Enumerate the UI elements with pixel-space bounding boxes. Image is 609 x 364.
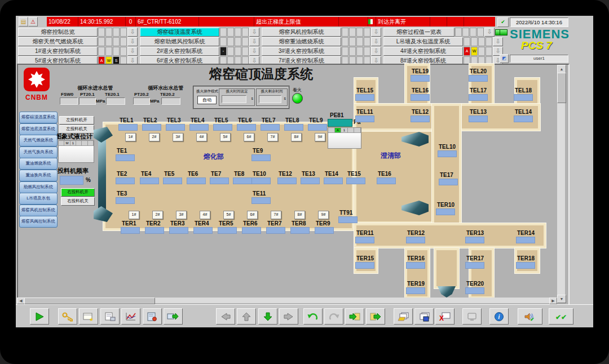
right-feeder-close-button[interactable]: 右投料机关 bbox=[61, 197, 95, 206]
ack-all-button[interactable]: ✔✔ bbox=[549, 308, 573, 325]
run-button[interactable] bbox=[30, 308, 49, 325]
menu-button-6[interactable]: 熔窑重油燃烧系统 bbox=[262, 37, 341, 46]
nav-up-button[interactable] bbox=[237, 308, 256, 325]
trend-button[interactable] bbox=[121, 308, 140, 325]
measurement-log-button[interactable] bbox=[143, 308, 162, 325]
menu-indicator bbox=[113, 47, 120, 56]
level-gauge-widget[interactable]: M1 bbox=[58, 140, 94, 163]
menu-indicator bbox=[349, 47, 356, 56]
menu-button-2[interactable]: 熔窑风机控制系统 bbox=[262, 28, 341, 37]
login-button[interactable] bbox=[58, 308, 77, 325]
sensor-TER10-value bbox=[436, 208, 455, 215]
menu-arrow-button[interactable]: ⇩ bbox=[249, 28, 259, 37]
pe81-instrument-widget[interactable]: A1 bbox=[328, 127, 361, 149]
sidebar-item-1[interactable]: 熔窑碹顶温度系统 bbox=[19, 112, 58, 123]
sensor-TER18-value bbox=[516, 262, 535, 269]
picture-export-button[interactable] bbox=[164, 308, 183, 325]
page-title: 熔窑碹顶温度系统 bbox=[179, 65, 343, 83]
menu-indicator bbox=[364, 47, 370, 56]
nav-down-button[interactable] bbox=[258, 308, 277, 325]
delete-picture-button[interactable]: X bbox=[435, 308, 454, 325]
user-icon[interactable]: ◩ bbox=[500, 54, 509, 63]
nav-back-button[interactable] bbox=[216, 308, 235, 325]
sidebar-item-9[interactable]: 熔窑风机控制系统 bbox=[19, 205, 58, 216]
menu-arrow-button[interactable]: ⇩ bbox=[249, 47, 259, 56]
fire-mode-button[interactable]: 自动 bbox=[197, 96, 217, 104]
v-scroll-thumb[interactable] bbox=[557, 73, 566, 103]
sensor-TER13-label: TER13 bbox=[466, 230, 484, 236]
picture-in-button[interactable] bbox=[345, 308, 364, 325]
menu-arrow-button[interactable]: ⇩ bbox=[127, 37, 138, 46]
info-button[interactable]: i bbox=[489, 308, 509, 325]
menu-indicator bbox=[242, 37, 249, 46]
sensor-TE8-label: TE8 bbox=[234, 171, 244, 177]
sidebar-item-6[interactable]: 重油换向系统 bbox=[19, 170, 58, 181]
menu-arrow-button[interactable]: ⇩ bbox=[371, 37, 381, 46]
sensor-TT91-value bbox=[338, 216, 358, 223]
menu-arrow-button[interactable]: ⇩ bbox=[249, 37, 259, 46]
left-feeder-open-button[interactable]: 左投料机开 bbox=[59, 116, 94, 125]
alarm-ack-icon[interactable]: ✔ bbox=[497, 17, 509, 27]
alarm-warning-icon[interactable]: ⚠ bbox=[28, 17, 38, 26]
display-button[interactable] bbox=[462, 308, 482, 325]
menu-button-10[interactable]: 3#退火窑控制系统 bbox=[262, 47, 341, 56]
alarm-spacer bbox=[464, 17, 495, 26]
menu-button-4[interactable]: 熔窑天然气燃烧系统 bbox=[18, 37, 98, 46]
h-scroll-thumb[interactable] bbox=[24, 298, 155, 304]
menu-button-0[interactable]: 熔窑控制总览 bbox=[18, 28, 98, 37]
menu-button-1[interactable]: 熔窑碹顶温度系统 bbox=[140, 28, 219, 37]
pictures-icon[interactable]: ▤ bbox=[19, 17, 28, 26]
h-scroll-right-icon[interactable]: ▶ bbox=[549, 298, 557, 304]
v-scroll-up-icon[interactable]: ▲ bbox=[557, 65, 566, 73]
cnbm-logo bbox=[24, 68, 50, 91]
menu-arrow-button[interactable]: ⇩ bbox=[371, 28, 381, 37]
menu-indicator bbox=[105, 28, 112, 37]
sidebar-item-3[interactable]: 天然气燃烧系统 bbox=[19, 135, 58, 147]
sensor-TER2-value bbox=[145, 227, 164, 234]
menu-indicator bbox=[235, 47, 241, 56]
h-scroll-left-icon[interactable]: ◀ bbox=[17, 298, 25, 304]
sensor-TEL7-value bbox=[261, 124, 280, 131]
sensor-TER9-value bbox=[315, 227, 334, 234]
melting-zone-label: 熔化部 bbox=[204, 152, 224, 162]
sidebar-item-10[interactable]: 熔窑风阀控制系统 bbox=[19, 216, 58, 228]
open-pictures-button[interactable] bbox=[394, 308, 413, 325]
menu-button-7[interactable]: L吊墙及水包温度系统 bbox=[383, 37, 463, 46]
menu-indicator bbox=[113, 37, 120, 46]
sidebar-item-5[interactable]: 重油燃烧系统 bbox=[19, 158, 58, 170]
fire-set-time-value[interactable] bbox=[222, 95, 246, 103]
menu-arrow-button[interactable]: ⇩ bbox=[127, 28, 138, 37]
picture-out-button[interactable] bbox=[366, 308, 385, 325]
menu-button-9[interactable]: 2#退火窑控制系统 bbox=[140, 47, 219, 56]
sidebar-item-4[interactable]: 天然气换向系统 bbox=[19, 147, 58, 158]
menu-arrow-button[interactable]: ⇩ bbox=[493, 37, 503, 46]
new-picture-button[interactable]: ★ bbox=[79, 308, 98, 325]
save-pictures-button[interactable] bbox=[414, 308, 434, 325]
redo-button[interactable] bbox=[324, 308, 343, 325]
menu-button-3[interactable]: 熔窑过程值一览表 bbox=[383, 28, 454, 37]
sidebar-item-7[interactable]: 助燃风控制系统 bbox=[19, 181, 58, 193]
sensor-TE12-label: TE12 bbox=[279, 171, 292, 177]
report-button[interactable] bbox=[100, 308, 120, 325]
right-feeder-open-button[interactable]: 右投料机开 bbox=[61, 188, 95, 197]
menu-indicator bbox=[235, 37, 241, 46]
menu-arrow-button[interactable]: ⇩ bbox=[484, 28, 495, 37]
sidebar-item-8[interactable]: L吊墙及水包 bbox=[19, 193, 58, 205]
v-scroll-down-icon[interactable]: ▼ bbox=[557, 295, 566, 303]
menu-arrow-button[interactable]: ⇩ bbox=[371, 47, 381, 56]
menu-button-8[interactable]: 1#退火窑控制系统 bbox=[18, 47, 98, 56]
menu-button-5[interactable]: 熔窑助燃风控制系统 bbox=[140, 37, 219, 46]
sidebar-item-2[interactable]: 熔窑池底温度系统 bbox=[19, 123, 58, 135]
sensor-TER7-label: TER7 bbox=[267, 220, 282, 227]
top-port-5#: 5# bbox=[220, 133, 231, 141]
undo-button[interactable] bbox=[303, 308, 323, 325]
audio-ack-button[interactable]: ✔ bbox=[518, 308, 542, 325]
menu-button-11[interactable]: 4#退火窑控制系统 bbox=[383, 47, 463, 56]
sensor-TER19-value bbox=[406, 287, 425, 294]
sensor-TER14-label: TER14 bbox=[517, 230, 535, 236]
menu-arrow-button[interactable]: ⇩ bbox=[127, 47, 138, 56]
menu-indicator bbox=[356, 28, 363, 37]
nav-forward-button[interactable] bbox=[279, 308, 298, 325]
alarm-message-bar[interactable]: 10/08/22 14:30:15.992 0 6#_CTR/TT-6102 超… bbox=[47, 17, 495, 26]
sensor-TEL12-label: TEL12 bbox=[412, 109, 429, 115]
